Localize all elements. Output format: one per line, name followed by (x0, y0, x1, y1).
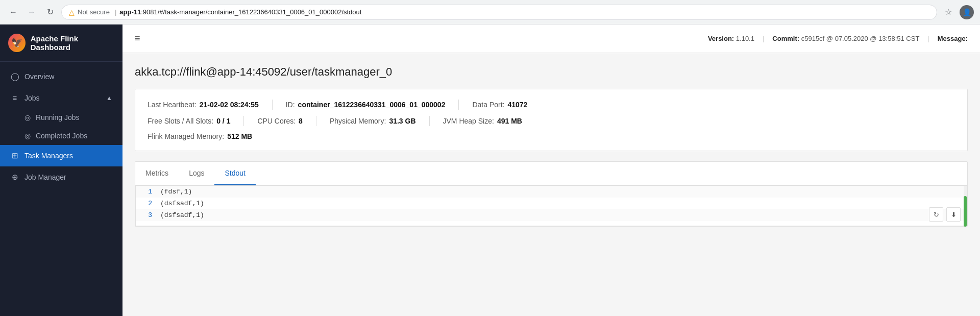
security-warning-icon: △ (69, 8, 75, 16)
tab-logs[interactable]: Logs (179, 162, 214, 185)
line-content-1: (fdsf,1) (160, 188, 192, 196)
separator-1: | (763, 35, 764, 42)
sidebar-item-label: Task Managers (24, 152, 73, 160)
running-jobs-icon: ◎ (24, 113, 31, 121)
commit-label: Commit: c5915cf @ 07.05.2020 @ 13:58:51 … (772, 35, 919, 42)
completed-jobs-icon: ◎ (24, 132, 31, 140)
job-manager-icon: ⊕ (10, 173, 19, 182)
url-separator: | (115, 8, 116, 16)
sidebar-item-label: Overview (24, 72, 54, 81)
refresh-button[interactable]: ↻ (929, 207, 943, 222)
forward-button[interactable]: → (24, 5, 39, 19)
back-button[interactable]: ← (6, 5, 20, 19)
heartbeat-label: Last Heartbeat: (148, 101, 197, 109)
main-content: ≡ Version: 1.10.1 | Commit: c5915cf @ 07… (122, 25, 980, 316)
message-label: Message: (938, 35, 968, 42)
info-row-2: Free Slots / All Slots: 0 / 1 CPU Cores:… (148, 116, 955, 126)
url-display: app-11:9081/#/task-manager/container_161… (119, 8, 361, 16)
reload-button[interactable]: ↻ (43, 5, 57, 19)
tabs-container: Metrics Logs Stdout 1 (fdsf,1) 2 (dsfsad… (135, 161, 968, 227)
info-sep-2 (458, 100, 459, 110)
sidebar: 🦅 Apache Flink Dashboard ◯ Overview ≡ Jo… (0, 25, 122, 316)
line-content-2: (dsfsadf,1) (160, 200, 204, 207)
download-button[interactable]: ⬇ (946, 207, 961, 222)
flink-memory-value: 512 MB (227, 132, 252, 140)
sidebar-item-label: Job Manager (24, 173, 66, 181)
menu-button[interactable]: ≡ (135, 33, 140, 44)
page-body: akka.tcp://flink@app-14:45092/user/taskm… (122, 53, 980, 316)
overview-icon: ◯ (10, 72, 19, 81)
free-slots-value: 0 / 1 (216, 117, 230, 125)
separator-2: | (927, 35, 929, 42)
stdout-area: 1 (fdsf,1) 2 (dsfsadf,1) 3 (dsfsadf,1) ↻… (135, 185, 967, 226)
page-title: akka.tcp://flink@app-14:45092/user/taskm… (135, 65, 968, 79)
line-number-3: 3 (142, 211, 152, 219)
stdout-line-3: 3 (dsfsadf,1) (136, 209, 967, 221)
data-port-value: 41072 (507, 101, 527, 109)
jobs-chevron-icon: ▲ (106, 94, 112, 102)
line-content-3: (dsfsadf,1) (160, 211, 204, 219)
tabs-header: Metrics Logs Stdout (135, 162, 967, 185)
app-container: 🦅 Apache Flink Dashboard ◯ Overview ≡ Jo… (0, 25, 980, 316)
line-number-1: 1 (142, 188, 152, 196)
data-port-label: Data Port: (472, 101, 504, 109)
sidebar-logo: 🦅 Apache Flink Dashboard (0, 25, 122, 62)
browser-chrome: ← → ↻ △ Not secure | app-11:9081/#/task-… (0, 0, 980, 25)
sidebar-item-jobs[interactable]: ≡ Jobs ▲ (0, 87, 122, 108)
tab-metrics[interactable]: Metrics (135, 162, 179, 185)
flink-memory-label: Flink Managed Memory: (148, 132, 224, 140)
profile-button[interactable]: 👤 (960, 5, 974, 19)
logo-icon: 🦅 (8, 34, 26, 52)
cpu-value: 8 (299, 117, 303, 125)
scroll-thumb (964, 196, 967, 227)
info-sep-1 (272, 100, 273, 110)
address-bar[interactable]: △ Not secure | app-11:9081/#/task-manage… (61, 5, 937, 20)
cpu-label: CPU Cores: (257, 117, 296, 125)
not-secure-label: Not secure (78, 8, 110, 16)
stdout-actions: ↻ ⬇ (929, 207, 961, 222)
sidebar-item-job-manager[interactable]: ⊕ Job Manager (0, 166, 122, 188)
top-bar: ≡ Version: 1.10.1 | Commit: c5915cf @ 07… (122, 25, 980, 53)
scroll-indicator (964, 186, 967, 226)
info-row-3: Flink Managed Memory: 512 MB (148, 132, 955, 140)
info-card: Last Heartbeat: 21-02-02 08:24:55 ID: co… (135, 89, 968, 151)
jvm-heap-label: JVM Heap Size: (443, 117, 494, 125)
sidebar-item-task-managers[interactable]: ⊞ Task Managers (0, 145, 122, 166)
task-managers-icon: ⊞ (10, 151, 19, 160)
logo-text: Apache Flink Dashboard (31, 34, 114, 52)
sidebar-item-overview[interactable]: ◯ Overview (0, 66, 122, 87)
jobs-icon: ≡ (10, 93, 19, 102)
stdout-line-2: 2 (dsfsadf,1) (136, 198, 967, 209)
jvm-heap-value: 491 MB (497, 117, 522, 125)
tab-stdout[interactable]: Stdout (214, 162, 255, 185)
physical-memory-label: Physical Memory: (330, 117, 386, 125)
bookmark-button[interactable]: ☆ (941, 5, 955, 19)
stdout-line-1: 1 (fdsf,1) (136, 186, 967, 198)
version-label: Version: 1.10.1 (708, 35, 754, 42)
line-number-2: 2 (142, 200, 152, 207)
info-row-1: Last Heartbeat: 21-02-02 08:24:55 ID: co… (148, 100, 955, 110)
id-label: ID: (286, 101, 295, 109)
info-sep-4 (316, 116, 316, 126)
sidebar-item-label: Completed Jobs (36, 132, 87, 140)
top-bar-info: Version: 1.10.1 | Commit: c5915cf @ 07.0… (708, 35, 968, 42)
sidebar-item-running-jobs[interactable]: ◎ Running Jobs (0, 108, 122, 127)
info-sep-5 (429, 116, 430, 126)
sidebar-item-label: Running Jobs (36, 113, 80, 121)
info-sep-3 (243, 116, 244, 126)
id-value: container_1612236640331_0006_01_000002 (298, 101, 446, 109)
heartbeat-value: 21-02-02 08:24:55 (200, 101, 259, 109)
sidebar-item-completed-jobs[interactable]: ◎ Completed Jobs (0, 127, 122, 145)
free-slots-label: Free Slots / All Slots: (148, 117, 213, 125)
sidebar-item-label: Jobs (24, 94, 40, 102)
physical-memory-value: 31.3 GB (389, 117, 415, 125)
sidebar-navigation: ◯ Overview ≡ Jobs ▲ ◎ Running Jobs ◎ Com… (0, 62, 122, 192)
